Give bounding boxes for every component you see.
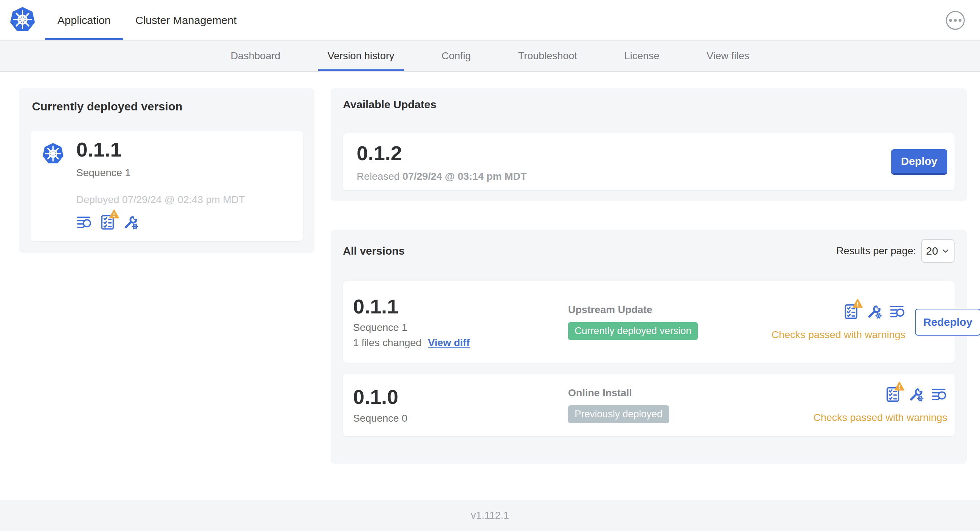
files-changed-label: 1 files changed	[353, 337, 422, 349]
chevron-down-icon	[941, 246, 950, 255]
all-versions-card: All versions Results per page: 20 0.1.1 …	[331, 229, 967, 464]
ellipsis-icon	[949, 19, 952, 22]
available-update-row: 0.1.2 Released 07/29/24 @ 03:14 pm MDT D…	[343, 133, 955, 190]
all-versions-title: All versions	[343, 245, 405, 257]
row-source-label: Upstream Update	[568, 304, 772, 316]
view-diff-link[interactable]: View diff	[428, 337, 470, 349]
currently-deployed-title: Currently deployed version	[32, 100, 303, 113]
tab-application[interactable]: Application	[45, 0, 123, 40]
tab-config[interactable]: Config	[432, 41, 480, 71]
main-content: Currently deployed version 0.1.1 Sequenc…	[0, 72, 980, 464]
version-row-0-1-0: 0.1.0 Sequence 0 Online Install Previous…	[343, 374, 955, 436]
warning-triangle-icon	[894, 382, 904, 391]
release-notes-icon[interactable]	[889, 304, 905, 320]
tab-license[interactable]: License	[615, 41, 669, 71]
deploy-button[interactable]: Deploy	[891, 149, 947, 175]
current-version-actions	[76, 214, 245, 230]
version-row-0-1-1: 0.1.1 Sequence 1 1 files changed View di…	[343, 281, 955, 363]
row-action-icons	[885, 386, 947, 402]
results-per-page: Results per page: 20	[837, 239, 955, 263]
tab-version-history[interactable]: Version history	[318, 41, 404, 71]
checks-status-text: Checks passed with warnings	[813, 412, 947, 423]
tab-application-label: Application	[57, 14, 111, 27]
kubernetes-logo-icon	[9, 6, 36, 33]
available-updates-title: Available Updates	[343, 99, 955, 111]
checks-status-text: Checks passed with warnings	[772, 329, 905, 341]
tab-dashboard[interactable]: Dashboard	[221, 41, 290, 71]
available-updates-card: Available Updates 0.1.2 Released 07/29/2…	[331, 88, 967, 201]
results-per-page-select[interactable]: 20	[921, 239, 955, 263]
console-version: v1.112.1	[471, 510, 509, 521]
config-icon[interactable]	[866, 304, 882, 320]
row-version-number: 0.1.1	[353, 295, 568, 318]
current-version-deployed-date: Deployed 07/29/24 @ 02:43 pm MDT	[76, 194, 245, 205]
results-per-page-label: Results per page:	[837, 245, 916, 257]
previously-deployed-badge: Previously deployed	[568, 405, 669, 423]
redeploy-button[interactable]: Redeploy	[915, 309, 980, 335]
preflight-checks-button[interactable]	[100, 214, 116, 230]
release-notes-icon[interactable]	[931, 386, 947, 402]
ellipsis-menu-button[interactable]	[946, 11, 965, 30]
kubernetes-app-icon	[41, 141, 65, 165]
update-released-date: Released 07/29/24 @ 03:14 pm MDT	[357, 171, 527, 182]
preflight-checks-button[interactable]	[843, 304, 859, 320]
tab-cluster-management-label: Cluster Management	[135, 14, 237, 27]
right-column: Available Updates 0.1.2 Released 07/29/2…	[331, 88, 967, 464]
version-rows: 0.1.1 Sequence 1 1 files changed View di…	[343, 281, 955, 436]
row-sequence: Sequence 0	[353, 413, 568, 424]
top-bar: Application Cluster Management	[0, 0, 980, 41]
app-subnav: Dashboard Version history Config Trouble…	[0, 41, 980, 72]
preflight-checks-button[interactable]	[885, 386, 901, 402]
warning-triangle-icon	[853, 299, 863, 308]
update-version-number: 0.1.2	[357, 141, 527, 165]
current-version-sequence: Sequence 1	[76, 167, 245, 179]
currently-deployed-badge: Currently deployed version	[568, 322, 698, 340]
row-action-icons	[843, 304, 905, 320]
row-version-number: 0.1.0	[353, 386, 568, 408]
tab-view-files[interactable]: View files	[697, 41, 759, 71]
release-notes-icon[interactable]	[76, 214, 92, 230]
row-sequence: Sequence 1	[353, 322, 568, 334]
currently-deployed-version-card: 0.1.1 Sequence 1 Deployed 07/29/24 @ 02:…	[30, 131, 303, 241]
config-icon[interactable]	[123, 214, 139, 230]
footer: v1.112.1	[0, 500, 980, 531]
row-source-label: Online Install	[568, 387, 772, 399]
tab-troubleshoot[interactable]: Troubleshoot	[509, 41, 586, 71]
config-icon[interactable]	[908, 386, 924, 402]
all-versions-header: All versions Results per page: 20	[343, 239, 955, 263]
warning-triangle-icon	[109, 209, 119, 219]
currently-deployed-card: Currently deployed version 0.1.1 Sequenc…	[19, 88, 315, 253]
tab-cluster-management[interactable]: Cluster Management	[123, 0, 249, 40]
app-tabs: Application Cluster Management	[45, 0, 249, 40]
current-version-number: 0.1.1	[76, 138, 245, 161]
